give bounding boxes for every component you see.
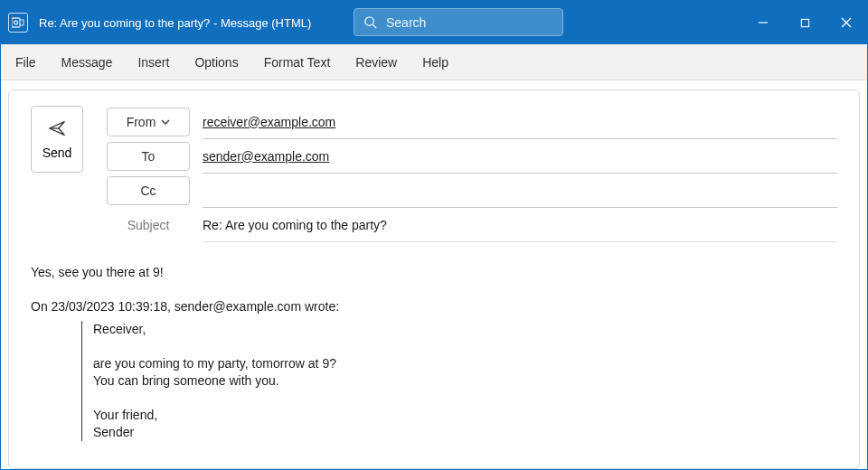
menu-file[interactable]: File [14,52,38,73]
menu-bar: File Message Insert Options Format Text … [1,44,867,80]
window-title: Re: Are you coming to the party? - Messa… [39,16,311,30]
quote-intro: On 23/03/2023 10:39:18, sender@example.c… [31,298,837,315]
from-button-label: From [127,115,156,129]
cc-button[interactable]: Cc [107,176,190,205]
close-button[interactable] [826,1,867,44]
to-button[interactable]: To [107,142,190,171]
send-button-label: Send [42,146,72,160]
to-value: sender@example.com [203,149,329,164]
subject-label: Subject [107,211,190,240]
svg-rect-0 [12,18,20,27]
maximize-button[interactable] [784,1,826,44]
subject-value: Re: Are you coming to the party? [203,218,387,232]
menu-review[interactable]: Review [354,52,399,73]
from-value: receiver@example.com [203,115,335,129]
cc-button-label: Cc [140,183,156,198]
search-placeholder: Search [386,15,426,30]
search-box[interactable]: Search [354,8,563,36]
minimize-button[interactable] [742,1,784,44]
to-button-label: To [142,149,156,164]
quote-line: Sender [93,424,837,441]
quoted-block: Receiver, are you coming to my party, to… [81,321,837,440]
search-icon [363,15,377,29]
cc-field[interactable] [203,174,837,208]
menu-help[interactable]: Help [420,52,450,73]
menu-message[interactable]: Message [60,52,115,73]
svg-rect-5 [801,19,808,26]
menu-format-text[interactable]: Format Text [262,52,333,73]
message-body[interactable]: Yes, see you there at 9! On 23/03/2023 1… [31,264,837,441]
to-field[interactable]: sender@example.com [203,139,837,174]
send-button[interactable]: Send [31,106,83,173]
menu-options[interactable]: Options [193,52,240,73]
subject-field[interactable]: Re: Are you coming to the party? [203,208,837,242]
quote-line: Receiver, [93,321,837,338]
title-bar: Re: Are you coming to the party? - Messa… [1,1,867,44]
quote-line: You can bring someone with you. [93,372,837,390]
svg-point-1 [14,21,18,24]
from-field[interactable]: receiver@example.com [203,105,837,139]
outlook-icon [8,13,28,33]
compose-card: Send From receiver@example.com To sender… [8,89,860,469]
window-controls [742,1,867,44]
menu-insert[interactable]: Insert [136,52,171,73]
from-button[interactable]: From [107,108,190,136]
reply-text: Yes, see you there at 9! [31,264,837,281]
quote-line: are you coming to my party, tomorrow at … [93,355,837,372]
svg-point-2 [365,17,373,25]
quote-line: Your friend, [93,407,837,424]
chevron-down-icon [161,115,170,129]
svg-line-3 [373,24,376,28]
send-icon [47,118,67,138]
